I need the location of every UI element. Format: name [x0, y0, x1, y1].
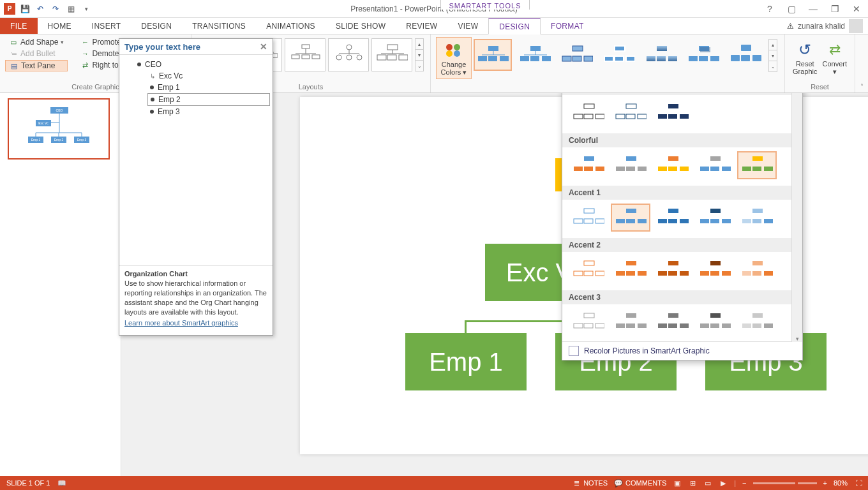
style-option-6[interactable]: [684, 39, 722, 71]
add-bullet-button: ≔Add Bullet: [5, 48, 68, 59]
redo-icon[interactable]: ↷: [49, 2, 63, 16]
text-pane-close-icon[interactable]: ✕: [260, 41, 267, 52]
color-option[interactable]: [569, 151, 608, 179]
tab-review[interactable]: REVIEW: [396, 18, 447, 34]
svg-rect-30: [377, 55, 386, 60]
help-icon[interactable]: ?: [762, 3, 777, 15]
tab-design[interactable]: DESIGN: [131, 18, 182, 34]
svg-rect-129: [680, 219, 689, 223]
recolor-pictures-button[interactable]: Recolor Pictures in SmartArt Graphic: [562, 341, 802, 360]
tab-insert[interactable]: INSERT: [82, 18, 131, 34]
color-option[interactable]: [569, 99, 608, 127]
tab-smartart-format[interactable]: FORMAT: [541, 18, 594, 34]
collapse-ribbon-icon[interactable]: ˄: [855, 34, 868, 93]
restore-icon[interactable]: ❐: [827, 3, 842, 15]
slide-indicator[interactable]: SLIDE 1 OF 1: [6, 479, 50, 487]
zoom-slider[interactable]: [753, 482, 817, 484]
color-option[interactable]: [653, 204, 692, 232]
color-option[interactable]: [695, 151, 735, 179]
svg-rect-144: [626, 271, 635, 276]
color-option[interactable]: [611, 308, 650, 336]
fit-window-icon[interactable]: ⛶: [854, 479, 863, 487]
ribbon-options-icon[interactable]: ▢: [784, 3, 799, 15]
zoom-level[interactable]: 80%: [834, 479, 848, 487]
text-pane-body[interactable]: CEO ↳Exc Vc Emp 1 Emp 2 Emp 3: [119, 55, 273, 265]
text-pane-item[interactable]: Emp 1: [147, 82, 270, 93]
learn-more-link[interactable]: Learn more about SmartArt graphics: [124, 319, 238, 327]
color-option[interactable]: [653, 151, 692, 179]
color-option[interactable]: [653, 99, 692, 127]
layout-option-4[interactable]: [328, 38, 369, 71]
style-option-7[interactable]: [726, 39, 765, 71]
color-option-hovered[interactable]: [737, 151, 777, 179]
avatar[interactable]: [849, 19, 863, 33]
color-option[interactable]: [653, 308, 692, 336]
reset-graphic-button[interactable]: ↺Reset Graphic: [790, 37, 820, 78]
zoom-out-icon[interactable]: −: [742, 479, 746, 487]
notes-button[interactable]: ≣NOTES: [572, 479, 608, 487]
style-option-1[interactable]: [474, 39, 512, 71]
tab-file[interactable]: FILE: [0, 18, 38, 34]
color-option[interactable]: [569, 308, 608, 336]
reading-view-icon[interactable]: ▭: [703, 479, 712, 487]
gallery-up-icon: ▴: [415, 39, 423, 50]
color-option[interactable]: [737, 256, 777, 284]
text-pane-button[interactable]: ▤Text Pane: [5, 60, 68, 71]
app-icon[interactable]: P: [3, 2, 17, 16]
style-option-4[interactable]: [600, 39, 638, 71]
org-box-emp1[interactable]: Emp 1: [405, 333, 527, 390]
color-option[interactable]: [653, 256, 692, 284]
normal-view-icon[interactable]: ▣: [673, 479, 682, 487]
slide-thumbnail-1[interactable]: CEOExc VcEmp 1Emp 2Emp 3: [8, 98, 110, 160]
tab-smartart-design[interactable]: DESIGN: [488, 18, 541, 34]
color-section-accent2: Accent 2: [562, 238, 802, 252]
color-option[interactable]: [611, 151, 650, 179]
color-option[interactable]: [569, 256, 608, 284]
svg-rect-19: [302, 55, 310, 59]
style-option-3[interactable]: [558, 39, 596, 71]
menu-scrollbar[interactable]: ▴▾: [791, 93, 802, 342]
color-option[interactable]: [695, 256, 735, 284]
style-option-5[interactable]: [642, 39, 680, 71]
slideshow-view-icon[interactable]: ▶: [719, 479, 728, 487]
layout-option-3[interactable]: [285, 38, 326, 71]
svg-rect-108: [668, 167, 677, 171]
color-option[interactable]: [737, 204, 777, 232]
color-option[interactable]: [737, 308, 777, 336]
color-option[interactable]: [611, 256, 650, 284]
color-option[interactable]: [611, 99, 650, 127]
color-option[interactable]: [695, 308, 735, 336]
color-option-selected[interactable]: [611, 204, 650, 232]
text-pane-item[interactable]: ↳Exc Vc: [147, 70, 270, 82]
svg-rect-138: [584, 261, 594, 265]
style-option-2[interactable]: [516, 39, 554, 71]
comments-button[interactable]: 💬COMMENTS: [614, 479, 666, 487]
text-pane-item-selected[interactable]: Emp 2: [147, 93, 270, 106]
zoom-in-icon[interactable]: +: [823, 479, 827, 487]
change-colors-button[interactable]: Change Colors ▾: [436, 37, 472, 79]
user-name[interactable]: zunaira khalid: [798, 22, 845, 31]
minimize-icon[interactable]: —: [805, 3, 821, 15]
tab-animations[interactable]: ANIMATIONS: [256, 18, 326, 34]
layout-option-5[interactable]: [371, 38, 412, 71]
text-pane-item[interactable]: CEO: [135, 59, 270, 70]
text-pane-item[interactable]: Emp 3: [147, 106, 270, 117]
tab-transitions[interactable]: TRANSITIONS: [182, 18, 256, 34]
color-option[interactable]: [569, 204, 608, 232]
convert-button[interactable]: ⇄Convert▾: [820, 37, 850, 78]
tab-view[interactable]: VIEW: [447, 18, 488, 34]
close-icon[interactable]: ✕: [849, 3, 864, 15]
undo-icon[interactable]: ↶: [33, 2, 47, 16]
style-gallery-scroll[interactable]: ▴▾⌄: [768, 39, 777, 72]
spellcheck-icon[interactable]: 📖: [57, 479, 66, 487]
add-shape-button[interactable]: ▭Add Shape▾: [5, 37, 68, 47]
color-option[interactable]: [695, 204, 735, 232]
layout-gallery-scroll[interactable]: ▴▾⌄: [415, 38, 424, 71]
qat-more-icon[interactable]: ▾: [79, 2, 93, 16]
tab-slideshow[interactable]: SLIDE SHOW: [326, 18, 396, 34]
svg-rect-163: [616, 323, 625, 328]
start-slideshow-icon[interactable]: ▦: [64, 2, 78, 16]
save-icon[interactable]: 💾: [18, 2, 32, 16]
tab-home[interactable]: HOME: [38, 18, 82, 34]
sorter-view-icon[interactable]: ⊞: [688, 479, 697, 487]
